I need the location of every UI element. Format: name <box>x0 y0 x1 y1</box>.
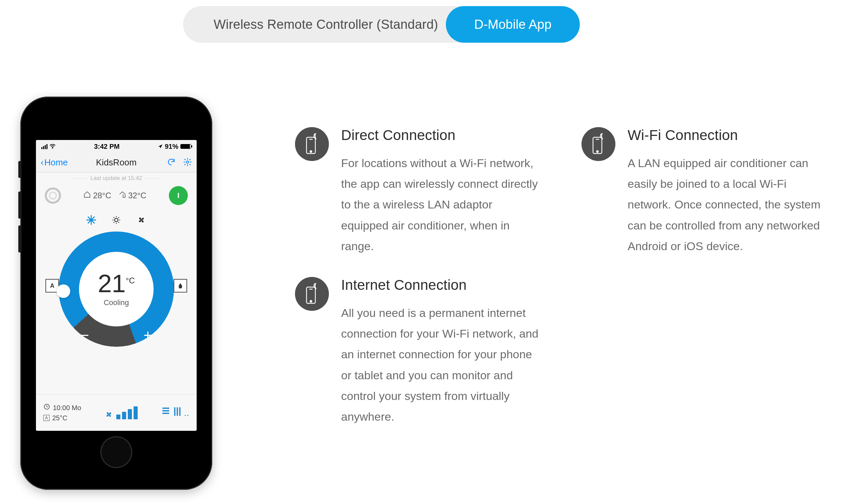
power-toggle[interactable]: I <box>169 186 188 205</box>
temperature-dial[interactable]: 21°C Cooling − + <box>59 231 174 347</box>
outdoor-temp: 32°C <box>119 191 146 200</box>
ellipsis-icon: .. <box>184 408 189 418</box>
svg-point-2 <box>115 218 118 222</box>
feature-title: Internet Connection <box>341 277 541 293</box>
svg-point-9 <box>597 151 598 153</box>
toggle-option-standard[interactable]: Wireless Remote Controller (Standard) <box>183 17 446 32</box>
controller-toggle: Wireless Remote Controller (Standard) D-… <box>183 6 580 43</box>
phone-home-button <box>100 436 132 468</box>
indoor-temp: 28°C <box>83 191 111 200</box>
feature-body: A LAN equipped air conditioner can easil… <box>628 153 827 256</box>
status-bar: 3:42 PM 91% <box>36 140 197 153</box>
fan-mode-icon[interactable] <box>135 214 147 226</box>
dial-knob[interactable] <box>56 284 70 298</box>
phone-screen: 3:42 PM 91% ‹ Home KidsRoom <box>36 140 197 431</box>
dial-mode-label: Cooling <box>104 298 129 307</box>
wifi-icon <box>50 143 55 150</box>
signal-icon <box>41 144 48 149</box>
last-update-label: Last update at 15:42 <box>36 172 197 183</box>
status-time: 3:42 PM <box>94 143 120 150</box>
cool-mode-icon[interactable] <box>85 214 97 226</box>
feature-title: Wi-Fi Connection <box>628 127 827 143</box>
temp-minus-button[interactable]: − <box>80 328 89 343</box>
app-footer: 10:00 Mo A 25°C .. <box>36 394 197 431</box>
features-grid: Direct Connection For locations without … <box>295 127 827 427</box>
clock-icon <box>43 403 50 413</box>
dial-temp-unit: °C <box>126 276 135 285</box>
svg-point-6 <box>310 151 312 153</box>
power-ring-icon[interactable] <box>45 187 61 204</box>
indoor-temp-value: 28°C <box>93 191 111 200</box>
settings-button[interactable] <box>183 158 192 168</box>
status-row: 28°C 32°C I <box>36 183 197 207</box>
feature-body: All you need is a permanent internet con… <box>341 303 541 427</box>
feature-body: For locations without a Wi-Fi network, t… <box>341 153 541 256</box>
heat-mode-icon[interactable] <box>110 214 122 226</box>
feature-direct-connection: Direct Connection For locations without … <box>295 127 541 256</box>
schedule-temp: 25°C <box>52 413 68 423</box>
room-title: KidsRoom <box>96 157 137 168</box>
dry-mode-box[interactable] <box>174 279 187 293</box>
outdoor-icon <box>119 191 126 200</box>
feature-internet-connection: Internet Connection All you need is a pe… <box>295 277 541 427</box>
house-icon <box>83 191 91 200</box>
phone-volume-up <box>18 191 21 219</box>
feature-title: Direct Connection <box>341 127 541 143</box>
phone-mute-switch <box>18 161 21 178</box>
airflow-control[interactable]: .. <box>161 406 189 420</box>
phone-signal-icon <box>295 127 329 161</box>
dial-temp-value: 21 <box>98 270 125 297</box>
temp-plus-button[interactable]: + <box>143 328 152 343</box>
dial-temp: 21°C <box>98 271 135 296</box>
toggle-option-app[interactable]: D-Mobile App <box>446 6 580 43</box>
chevron-left-icon: ‹ <box>41 157 44 168</box>
back-label: Home <box>44 157 68 168</box>
phone-signal-icon <box>295 277 329 311</box>
outdoor-temp-value: 32°C <box>128 191 146 200</box>
setpoint-box-icon: A <box>43 415 50 421</box>
svg-point-0 <box>52 147 53 148</box>
phone-mockup: 3:42 PM 91% ‹ Home KidsRoom <box>20 97 212 490</box>
location-icon <box>158 143 163 150</box>
fan-speed-control[interactable] <box>104 406 138 419</box>
battery-icon <box>180 144 191 149</box>
svg-point-1 <box>186 161 189 163</box>
back-button[interactable]: ‹ Home <box>41 157 68 168</box>
mode-row <box>36 207 197 230</box>
svg-point-12 <box>310 300 312 302</box>
app-nav: ‹ Home KidsRoom <box>36 153 197 172</box>
fan-speed-bars-icon <box>116 406 138 419</box>
phone-signal-icon <box>581 127 616 161</box>
schedule-time: 10:00 Mo <box>53 403 81 413</box>
schedule-block[interactable]: 10:00 Mo A 25°C <box>43 403 81 423</box>
feature-wifi-connection: Wi-Fi Connection A LAN equipped air cond… <box>581 127 827 256</box>
battery-pct: 91% <box>165 143 178 150</box>
refresh-button[interactable] <box>167 158 176 168</box>
phone-volume-down <box>18 226 21 252</box>
